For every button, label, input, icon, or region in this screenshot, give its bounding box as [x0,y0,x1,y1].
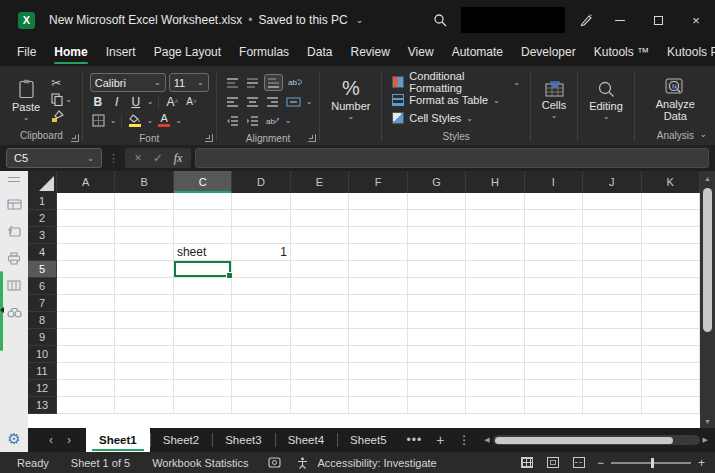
cell-K7[interactable] [642,295,700,312]
italic-button[interactable]: I [109,93,125,110]
new-sheet-button[interactable]: + [429,432,451,448]
cell-I6[interactable] [525,278,583,295]
format-as-table-button[interactable]: Format as Table⌄ [389,91,523,109]
cell-B1[interactable] [115,193,173,210]
window-title[interactable]: New Microsoft Excel Worksheet.xlsx • Sav… [49,13,363,27]
align-center-button[interactable] [244,93,261,110]
cell-K2[interactable] [642,210,700,227]
row-header-8[interactable]: 8 [28,312,57,329]
column-header-I[interactable]: I [525,171,583,193]
cell-I13[interactable] [525,397,583,414]
printer-icon[interactable] [6,251,22,265]
cell-I12[interactable] [525,380,583,397]
menu-item-automate[interactable]: Automate [443,42,512,64]
font-size-select[interactable]: 11 ⌄ [169,73,209,92]
cell-J8[interactable] [583,312,641,329]
row-header-7[interactable]: 7 [28,295,57,312]
cell-K12[interactable] [642,380,700,397]
cancel-icon[interactable]: × [129,151,147,165]
align-bottom-button[interactable] [264,74,283,91]
menu-item-formulas[interactable]: Formulas [230,42,298,64]
cell-I8[interactable] [525,312,583,329]
cell-I7[interactable] [525,295,583,312]
minimize-button[interactable] [601,0,639,40]
select-all-button[interactable] [28,171,57,193]
sidebar-menu-icon[interactable] [8,177,20,182]
cell-B13[interactable] [115,397,173,414]
editing-button[interactable]: Editing ⌄ [583,70,629,129]
cell-H1[interactable] [466,193,524,210]
cell-E4[interactable] [291,244,349,261]
prev-sheet-button[interactable]: ‹ [44,433,58,447]
page-layout-view-button[interactable] [545,456,561,469]
cell-D10[interactable] [232,346,290,363]
cell-E9[interactable] [291,329,349,346]
cell-E2[interactable] [291,210,349,227]
cell-D1[interactable] [232,193,290,210]
cell-G10[interactable] [408,346,466,363]
align-middle-button[interactable] [244,74,261,91]
cell-B3[interactable] [115,227,173,244]
cell-E1[interactable] [291,193,349,210]
cell-H8[interactable] [466,312,524,329]
cell-J11[interactable] [583,363,641,380]
cell-J5[interactable] [583,261,641,278]
align-left-button[interactable] [224,93,241,110]
cell-A5[interactable] [57,261,115,278]
cell-G3[interactable] [408,227,466,244]
cell-A7[interactable] [57,295,115,312]
cell-J1[interactable] [583,193,641,210]
increase-font-size-button[interactable]: A˄ [164,93,180,110]
cell-C3[interactable] [174,227,232,244]
sheet-tab-sheet3[interactable]: Sheet3 [212,428,274,452]
cell-F4[interactable] [349,244,407,261]
name-box[interactable]: C5 ⌄ [6,148,102,168]
cell-D8[interactable] [232,312,290,329]
column-header-D[interactable]: D [232,171,290,193]
scroll-left-icon[interactable]: ◀ [481,436,492,444]
column-header-C[interactable]: C [174,171,232,193]
cell-K13[interactable] [642,397,700,414]
cell-F1[interactable] [349,193,407,210]
cell-J7[interactable] [583,295,641,312]
cell-I10[interactable] [525,346,583,363]
cell-B6[interactable] [115,278,173,295]
cell-A3[interactable] [57,227,115,244]
menu-item-kutools-plus[interactable]: Kutools Plus [658,42,715,64]
cell-C5[interactable] [174,261,232,278]
zoom-slider-thumb[interactable] [651,458,654,468]
cell-C1[interactable] [174,193,232,210]
fill-color-button[interactable] [127,112,143,129]
zoom-in-button[interactable]: + [698,456,705,470]
row-header-12[interactable]: 12 [28,380,57,397]
ribbon-collapse-chevron[interactable]: ⌄ [699,129,707,139]
column-header-B[interactable]: B [115,171,173,193]
vertical-scroll-track[interactable] [700,185,715,414]
menu-item-page-layout[interactable]: Page Layout [145,42,230,64]
macro-record-icon[interactable] [262,457,287,468]
cell-J2[interactable] [583,210,641,227]
zoom-out-button[interactable]: − [597,456,604,470]
cell-A2[interactable] [57,210,115,227]
cell-K5[interactable] [642,261,700,278]
column-header-F[interactable]: F [349,171,407,193]
cell-G9[interactable] [408,329,466,346]
ink-pen-icon[interactable] [571,5,601,35]
cell-K1[interactable] [642,193,700,210]
cell-H2[interactable] [466,210,524,227]
cell-I4[interactable] [525,244,583,261]
cell-C9[interactable] [174,329,232,346]
cell-F9[interactable] [349,329,407,346]
cell-A13[interactable] [57,397,115,414]
sheet-tab-sheet1[interactable]: Sheet1 [86,428,150,452]
cell-B7[interactable] [115,295,173,312]
cell-G7[interactable] [408,295,466,312]
next-sheet-button[interactable]: › [62,433,76,447]
cell-D9[interactable] [232,329,290,346]
accessibility-status[interactable]: Accessibility: Investigate [318,457,437,469]
cell-J12[interactable] [583,380,641,397]
paste-button[interactable]: Paste ⌄ [6,70,46,129]
formula-input[interactable] [195,148,709,168]
zoom-slider[interactable] [611,462,691,464]
cell-F8[interactable] [349,312,407,329]
